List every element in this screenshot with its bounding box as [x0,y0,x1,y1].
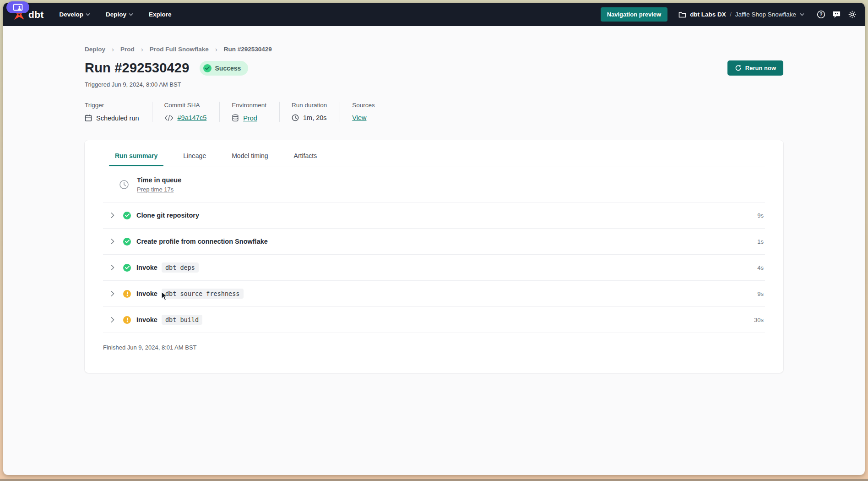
step-row-invoke-dbt-build[interactable]: Invoke dbt build 30s [103,306,765,333]
run-meta-row: Trigger Scheduled run Commit SHA #9a147c… [85,102,783,122]
meta-label: Environment [232,102,266,109]
title-row: Run #292530429 Success Rerun now [85,60,783,76]
nav-item-develop[interactable]: Develop [60,11,91,18]
refresh-icon [735,65,742,71]
success-check-icon [123,212,131,219]
page-title: Run #292530429 [85,60,190,76]
commit-sha-link[interactable]: #9a147c5 [178,114,207,121]
meta-environment: Environment Prod [219,102,279,122]
screen-share-user-icon [13,4,23,11]
step-label: Create profile from connection Snowflake [136,238,268,245]
tab-run-summary[interactable]: Run summary [114,140,159,166]
step-command: dbt source freshness [162,289,244,299]
success-check-icon [123,264,131,272]
screen-share-badge[interactable] [6,1,29,13]
tab-lineage[interactable]: Lineage [182,140,207,166]
step-duration: 9s [757,212,764,219]
project-name: Jaffle Shop Snowflake [735,11,796,18]
account-switcher[interactable]: dbt Labs DX / Jaffle Shop Snowflake [678,11,804,18]
success-check-icon [123,238,131,246]
step-label: Invoke [136,290,157,297]
top-nav: dbt Develop Deploy Explore Navigation pr… [3,3,865,26]
breadcrumb-separator: › [215,45,217,53]
queue-clock-icon [119,180,129,190]
sources-view-link[interactable]: View [352,114,366,121]
run-summary-card: Run summary Lineage Model timing Artifac… [85,140,783,373]
nav-item-label: Deploy [106,11,126,18]
warning-icon [123,316,131,324]
nav-icons: ? [816,10,857,19]
meta-label: Trigger [85,102,139,109]
chevron-right-icon[interactable] [108,291,118,296]
breadcrumb-prod[interactable]: Prod [120,46,135,53]
tab-model-timing[interactable]: Model timing [230,140,269,166]
navigation-preview-button[interactable]: Navigation preview [601,7,667,22]
time-in-queue-title: Time in queue [137,176,181,184]
account-separator: / [730,11,732,18]
chevron-right-icon[interactable] [108,213,118,218]
meta-trigger: Trigger Scheduled run [85,102,152,122]
trigger-value: Scheduled run [96,115,139,122]
chevron-right-icon[interactable] [108,265,118,270]
breadcrumb-run: Run #292530429 [224,46,272,53]
meta-label: Commit SHA [164,102,207,109]
warning-icon [123,290,131,298]
chevron-right-icon[interactable] [108,317,118,322]
help-icon[interactable]: ? [816,10,825,19]
step-row-clone-git[interactable]: Clone git repository 9s [103,202,765,228]
breadcrumb-job[interactable]: Prod Full Snowflake [150,46,209,53]
meta-commit-sha: Commit SHA #9a147c5 [152,102,220,122]
svg-text:?: ? [819,12,822,17]
chevron-down-icon [800,13,804,16]
calendar-icon [85,114,92,122]
environment-link[interactable]: Prod [243,115,257,122]
tabs: Run summary Lineage Model timing Artifac… [103,140,765,166]
account-name: dbt Labs DX [690,11,726,18]
step-label: Invoke [136,264,157,271]
nav-item-label: Develop [60,11,84,18]
step-label: Invoke [136,316,157,323]
step-row-create-profile[interactable]: Create profile from connection Snowflake… [103,228,765,254]
folder-icon [678,11,686,18]
meta-run-duration: Run duration 1m, 20s [279,102,340,122]
step-label: Clone git repository [136,212,199,219]
breadcrumb: Deploy › Prod › Prod Full Snowflake › Ru… [85,45,783,53]
step-row-invoke-dbt-source-freshness[interactable]: Invoke dbt source freshness 9s [103,280,765,306]
rerun-now-button[interactable]: Rerun now [727,60,783,76]
app-window: dbt Develop Deploy Explore Navigation pr… [3,3,865,475]
page-content: Deploy › Prod › Prod Full Snowflake › Ru… [3,26,865,475]
chevron-right-icon[interactable] [108,239,118,244]
chevron-down-icon [86,13,90,16]
step-row-invoke-dbt-deps[interactable]: Invoke dbt deps 4s [103,254,765,280]
nav-item-deploy[interactable]: Deploy [106,11,133,18]
feedback-chat-icon[interactable] [832,10,841,19]
breadcrumb-separator: › [141,45,143,53]
step-duration: 1s [757,238,764,245]
status-badge: Success [200,61,249,76]
step-duration: 4s [757,264,764,271]
meta-sources: Sources View [340,102,388,122]
nav-item-explore[interactable]: Explore [149,11,172,18]
triggered-timestamp: Triggered Jun 9, 2024, 8:00 AM BST [85,81,783,88]
database-icon [232,114,239,122]
nav-menu: Develop Deploy Explore [60,11,172,18]
prep-time-link[interactable]: Prep time 17s [137,186,181,193]
step-duration: 30s [754,317,764,323]
nav-item-label: Explore [149,11,172,18]
tab-artifacts[interactable]: Artifacts [293,140,319,166]
run-duration-value: 1m, 20s [303,114,327,121]
success-check-icon [203,64,212,72]
breadcrumb-separator: › [112,45,114,53]
breadcrumb-deploy[interactable]: Deploy [85,46,105,53]
meta-label: Sources [352,102,375,109]
code-icon [164,115,174,121]
clock-icon [292,114,299,121]
status-label: Success [215,65,241,72]
nav-right: Navigation preview dbt Labs DX / Jaffle … [601,7,857,22]
desktop-bottom-edge [0,479,868,481]
step-duration: 9s [757,290,764,297]
step-command: dbt build [162,315,202,325]
gear-icon[interactable] [847,10,857,19]
step-command: dbt deps [162,262,199,273]
finished-timestamp: Finished Jun 9, 2024, 8:01 AM BST [103,333,765,354]
